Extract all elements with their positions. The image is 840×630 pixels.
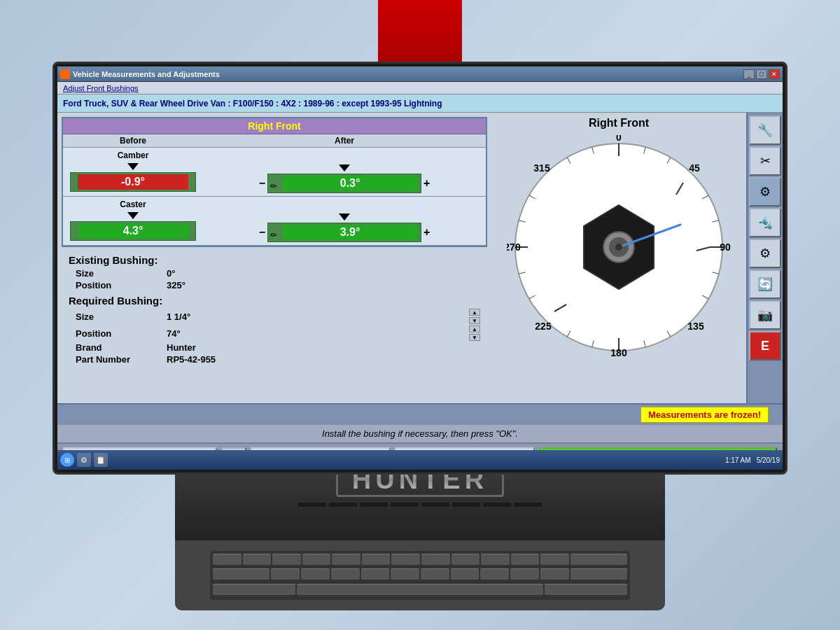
camber-after-cell: − ✏ 0.3° + xyxy=(203,148,486,196)
key[interactable] xyxy=(480,568,509,580)
caster-before-bar: 4.3° xyxy=(78,223,188,239)
caster-before-value: 4.3° xyxy=(123,225,144,237)
required-position-value: 74° xyxy=(167,328,463,339)
key[interactable] xyxy=(272,554,301,565)
existing-bushing-title: Existing Bushing: xyxy=(69,254,480,266)
part-number-label: Part Number xyxy=(69,354,167,365)
right-panel: Right Front xyxy=(491,113,746,403)
camber-before-gauge: -0.9° xyxy=(70,172,196,192)
svg-text:45: 45 xyxy=(689,162,700,174)
key[interactable] xyxy=(570,554,627,565)
brand-value: Hunter xyxy=(167,342,480,353)
taskbar-icon-1[interactable]: ⚙ xyxy=(77,453,91,467)
caster-after-value: 3.9° xyxy=(340,226,360,239)
spacebar[interactable] xyxy=(297,584,544,595)
maximize-button[interactable]: □ xyxy=(756,69,767,79)
camber-before-cell: Camber -0.9° xyxy=(63,148,203,196)
required-size-value: 1 1/4° xyxy=(167,312,463,322)
key[interactable] xyxy=(481,554,510,565)
key-row-2 xyxy=(213,568,627,582)
position-down-button[interactable]: ▼ xyxy=(469,334,480,341)
key[interactable] xyxy=(213,568,270,580)
taskbar-icon-2[interactable]: 📋 xyxy=(94,453,108,467)
key-row-1 xyxy=(213,554,627,567)
camber-after-gauge: ✏ 0.3° xyxy=(267,174,421,193)
message-text: Install the bushing if necessary, then p… xyxy=(322,428,518,439)
caster-after-gauge: ✏ 3.9° xyxy=(267,223,421,242)
right-sidebar: 🔧 ✂ ⚙ 🔩 ⚙ 🔄 📷 E xyxy=(746,113,783,403)
status-bar: Measurements are frozen! xyxy=(57,403,783,424)
caster-after-controls: − ✏ 3.9° + xyxy=(259,223,430,242)
key[interactable] xyxy=(361,568,390,580)
vent-4 xyxy=(391,503,419,507)
key[interactable] xyxy=(213,584,295,595)
key[interactable] xyxy=(362,554,391,565)
vent-5 xyxy=(421,503,449,507)
taskbar-time: 1:17 AM xyxy=(725,456,751,464)
key[interactable] xyxy=(391,554,420,565)
caster-before-indicator xyxy=(127,212,139,219)
table-header: Right Front xyxy=(63,118,486,134)
caster-after-indicator xyxy=(339,214,350,220)
key[interactable] xyxy=(301,568,330,580)
sidebar-icon-4[interactable]: 🔩 xyxy=(749,208,781,237)
key[interactable] xyxy=(540,554,569,565)
key[interactable] xyxy=(421,568,449,580)
key[interactable] xyxy=(570,568,627,580)
close-button[interactable]: ✕ xyxy=(769,69,780,79)
key[interactable] xyxy=(271,568,300,580)
start-button[interactable]: ⊞ xyxy=(60,453,74,467)
key[interactable] xyxy=(421,554,450,565)
camber-after-value: 0.3° xyxy=(340,177,360,190)
caster-after-bar: 3.9° xyxy=(282,225,418,240)
sidebar-icon-7[interactable]: 📷 xyxy=(749,300,781,330)
camber-row: Camber -0.9° − xyxy=(63,148,486,197)
col-after-label: After xyxy=(203,134,486,147)
camber-after-indicator xyxy=(339,164,350,172)
sidebar-icon-8[interactable]: E xyxy=(749,331,781,360)
vent-2 xyxy=(329,503,357,507)
key[interactable] xyxy=(451,554,480,565)
svg-text:315: 315 xyxy=(533,162,550,174)
key[interactable] xyxy=(510,568,539,580)
camber-label: Camber xyxy=(118,150,149,160)
size-up-button[interactable]: ▲ xyxy=(469,309,480,316)
key[interactable] xyxy=(511,554,540,565)
key[interactable] xyxy=(545,584,627,595)
key[interactable] xyxy=(302,554,331,565)
menu-bar: Adjust Front Bushings xyxy=(57,82,783,94)
camber-minus-label: − xyxy=(259,177,265,190)
camber-after-controls: − ✏ 0.3° + xyxy=(259,174,430,193)
sidebar-icon-2[interactable]: ✂ xyxy=(749,146,781,176)
size-down-button[interactable]: ▼ xyxy=(469,317,480,324)
key[interactable] xyxy=(332,554,360,565)
sidebar-icon-3[interactable]: ⚙ xyxy=(749,177,781,206)
caster-pencil-icon: ✏ xyxy=(270,230,277,240)
position-up-button[interactable]: ▲ xyxy=(469,326,480,332)
app-icon xyxy=(60,69,70,79)
sidebar-icon-1[interactable]: 🔧 xyxy=(749,115,781,145)
title-bar: Vehicle Measurements and Adjustments _ □… xyxy=(57,66,783,82)
key[interactable] xyxy=(451,568,479,580)
key[interactable] xyxy=(331,568,360,580)
minimize-button[interactable]: _ xyxy=(743,69,755,79)
menu-item-adjust[interactable]: Adjust Front Bushings xyxy=(60,84,141,92)
sidebar-icon-5[interactable]: ⚙ xyxy=(749,239,781,268)
caster-minus-label: − xyxy=(259,226,265,239)
key[interactable] xyxy=(391,568,419,580)
required-size-row: Size 1 1/4° ▲ ▼ xyxy=(69,309,480,324)
key[interactable] xyxy=(243,554,272,565)
dial-title: Right Front xyxy=(589,117,649,130)
key[interactable] xyxy=(540,568,569,580)
existing-position-row: Position 325° xyxy=(69,280,480,290)
message-bar: Install the bushing if necessary, then p… xyxy=(57,424,783,442)
key[interactable] xyxy=(213,554,241,565)
vent-8 xyxy=(514,503,542,507)
frozen-message: Measurements are frozen! xyxy=(648,410,761,420)
caster-after-cell: − ✏ 3.9° + xyxy=(203,197,486,245)
keyboard-area xyxy=(175,540,665,610)
svg-text:90: 90 xyxy=(720,241,731,253)
existing-position-value: 325° xyxy=(167,280,480,290)
sidebar-icon-6[interactable]: 🔄 xyxy=(749,270,781,299)
svg-text:135: 135 xyxy=(687,321,704,332)
